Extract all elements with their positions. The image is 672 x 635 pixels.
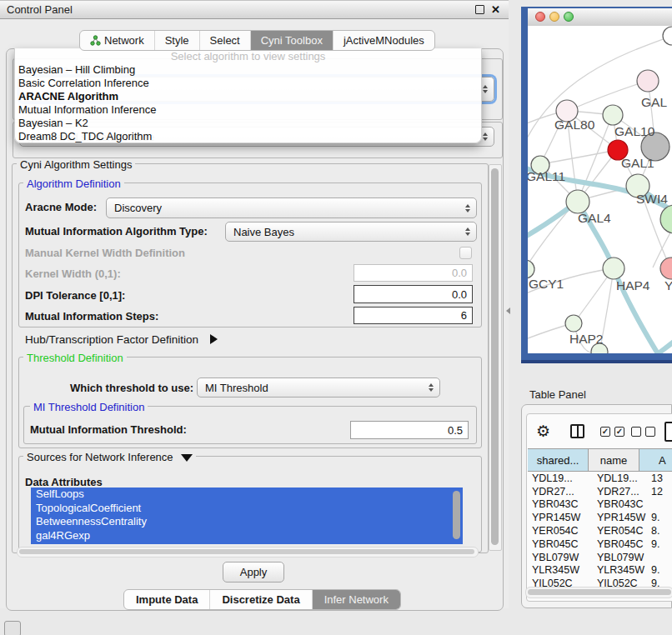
table-cell: YLR345W bbox=[593, 564, 647, 576]
table-row[interactable]: YPR145WYPR145W9. bbox=[528, 511, 672, 524]
sources-toggle[interactable]: Sources for Network Inference bbox=[23, 451, 196, 463]
attributes-hscrollbar[interactable] bbox=[17, 547, 479, 558]
table-hscrollbar-thumb[interactable] bbox=[528, 589, 671, 595]
algorithm-option[interactable]: Bayesian – Hill Climbing bbox=[15, 63, 481, 77]
network-node-gal4[interactable] bbox=[566, 190, 589, 213]
close-traffic-light[interactable] bbox=[535, 12, 545, 22]
table-row[interactable]: YIL052CYIL052C9. bbox=[528, 577, 672, 587]
table-row[interactable]: YER054CYER054C8. bbox=[528, 524, 672, 538]
hub-definition-toggle[interactable]: Hub/Transcription Factor Definition bbox=[25, 333, 218, 346]
float-icon[interactable] bbox=[475, 5, 484, 14]
network-node-label: SWI4 bbox=[636, 192, 668, 206]
table-row[interactable]: YBL079WYBL079W bbox=[528, 551, 672, 564]
network-node-hap2[interactable] bbox=[565, 315, 582, 332]
network-graph[interactable]: GALGAL80GAL10GAL1GAL11SWI4GAL4GCY1HAP4YH… bbox=[528, 26, 672, 353]
apply-button[interactable]: Apply bbox=[223, 562, 284, 582]
table-row[interactable]: YLR345WYLR345W9. bbox=[528, 564, 672, 578]
attribute-item[interactable]: BetweennessCentrality bbox=[31, 515, 463, 529]
network-node[interactable] bbox=[663, 27, 672, 45]
network-node-gcy1[interactable] bbox=[528, 260, 534, 278]
algorithm-option[interactable]: Dream8 DC_TDC Algorithm bbox=[15, 130, 481, 143]
network-node-hap4[interactable] bbox=[603, 258, 624, 279]
settings-scrollbar-thumb[interactable] bbox=[491, 168, 499, 545]
algorithm-dropdown-popup: Select algorithm to view settings Bayesi… bbox=[14, 48, 482, 143]
table-row[interactable]: YDR27...YDR27...12 bbox=[528, 485, 672, 498]
network-node-gal10[interactable] bbox=[603, 105, 623, 125]
data-attributes-list[interactable]: SelfLoopsTopologicalCoefficientBetweenne… bbox=[31, 488, 463, 544]
unchecked-checkbox-icon[interactable] bbox=[645, 427, 655, 437]
attributes-hscrollbar-thumb[interactable] bbox=[19, 549, 474, 554]
tab-cyni-toolbox[interactable]: Cyni Toolbox bbox=[251, 31, 333, 50]
table-hscrollbar[interactable] bbox=[525, 587, 672, 598]
algorithm-option[interactable]: Mutual Information Inference bbox=[15, 103, 481, 117]
tab-infer-network-label: Infer Network bbox=[324, 593, 389, 606]
tab-discretize-data[interactable]: Discretize Data bbox=[210, 590, 312, 609]
dpi-tolerance-field[interactable]: 0.0 bbox=[354, 285, 473, 303]
table-cell: 13 bbox=[647, 472, 672, 484]
algorithm-option[interactable]: Bayesian – K2 bbox=[15, 117, 481, 130]
tab-impute-data[interactable]: Impute Data bbox=[124, 590, 210, 609]
table-row[interactable]: YBR043CYBR043C bbox=[528, 498, 672, 512]
node-table: shared... name A YDL19...YDL19...13YDR27… bbox=[528, 448, 672, 587]
algorithm-option[interactable]: ARACNE Algorithm bbox=[15, 90, 481, 103]
table-cell: YLR345W bbox=[528, 564, 593, 576]
minimize-traffic-light[interactable] bbox=[549, 12, 559, 22]
table-panel-title: Table Panel bbox=[529, 388, 586, 401]
column-header-shared-name[interactable]: shared... bbox=[528, 449, 589, 471]
network-icon bbox=[90, 35, 101, 46]
tab-discretize-data-label: Discretize Data bbox=[222, 593, 299, 606]
attribute-item[interactable]: gal4RGexp bbox=[31, 529, 463, 543]
table-cell: YER054C bbox=[593, 525, 647, 537]
algorithm-option[interactable]: Basic Correlation Inference bbox=[15, 77, 481, 90]
manual-kernel-checkbox[interactable] bbox=[459, 247, 472, 259]
mi-threshold-field[interactable]: 0.5 bbox=[350, 421, 469, 439]
unchecked-checkbox-icon[interactable] bbox=[631, 427, 641, 437]
attribute-item[interactable]: SelfLoops bbox=[31, 488, 463, 502]
column-header-partial[interactable]: A bbox=[639, 449, 672, 471]
table-cell: YPR145W bbox=[528, 512, 593, 523]
checked-checkbox-icon[interactable]: ✓ bbox=[614, 427, 624, 437]
column-header-name[interactable]: name bbox=[589, 449, 639, 471]
which-threshold-label: Which threshold to use: bbox=[70, 382, 193, 394]
split-columns-icon[interactable] bbox=[570, 424, 584, 438]
control-panel-tabs: Network Style Select Cyni Toolbox jActiv… bbox=[79, 30, 435, 51]
which-threshold-combo[interactable]: MI Threshold bbox=[197, 378, 440, 398]
tab-infer-network[interactable]: Infer Network bbox=[313, 590, 400, 609]
tab-select[interactable]: Select bbox=[200, 31, 251, 50]
table-row[interactable]: YBR045CYBR045C9. bbox=[528, 538, 672, 551]
mi-type-combo[interactable]: Naive Bayes bbox=[225, 222, 477, 242]
table-cell: YIL052C bbox=[528, 578, 593, 587]
document-icon[interactable] bbox=[664, 422, 672, 442]
network-edge bbox=[540, 150, 617, 164]
attributes-scrollbar-thumb[interactable] bbox=[453, 491, 460, 539]
attribute-item[interactable]: TopologicalCoefficient bbox=[31, 502, 463, 516]
manual-kernel-label: Manual Kernel Width Definition bbox=[25, 247, 185, 259]
network-node-y[interactable] bbox=[660, 258, 672, 279]
mi-steps-field[interactable]: 6 bbox=[354, 307, 473, 324]
network-node-label: GAL bbox=[641, 95, 667, 109]
tab-impute-data-label: Impute Data bbox=[136, 593, 198, 606]
close-icon[interactable]: ✕ bbox=[491, 4, 500, 15]
aracne-mode-combo[interactable]: Discovery bbox=[106, 198, 477, 218]
kernel-width-field[interactable]: 0.0 bbox=[354, 264, 473, 282]
settings-scrollbar[interactable] bbox=[489, 164, 502, 551]
mi-steps-label: Mutual Information Steps: bbox=[25, 310, 158, 322]
bottom-tabs: Impute Data Discretize Data Infer Networ… bbox=[123, 589, 401, 610]
tab-style[interactable]: Style bbox=[155, 31, 200, 50]
gear-icon[interactable]: ⚙ bbox=[536, 423, 550, 439]
network-node[interactable] bbox=[660, 205, 672, 233]
algorithm-definition-title: Algorithm Definition bbox=[23, 178, 124, 190]
network-canvas[interactable]: GALGAL80GAL10GAL1GAL11SWI4GAL4GCY1HAP4YH… bbox=[528, 26, 672, 353]
table-row[interactable]: YDL19...YDL19...13 bbox=[528, 472, 672, 485]
tab-jactivemnodules[interactable]: jActiveMNodules bbox=[333, 31, 434, 50]
network-node-gal[interactable] bbox=[637, 70, 659, 92]
tab-select-label: Select bbox=[210, 34, 240, 47]
tab-network[interactable]: Network bbox=[80, 31, 155, 50]
corner-widget-icon[interactable] bbox=[4, 621, 21, 635]
checked-checkbox-icon[interactable]: ✓ bbox=[600, 427, 610, 437]
table-cell: YDL19... bbox=[593, 472, 647, 484]
threshold-definition-title: Threshold Definition bbox=[23, 352, 127, 364]
panel-splitter-handle[interactable] bbox=[506, 308, 510, 314]
expanded-arrow-icon bbox=[181, 454, 193, 462]
zoom-traffic-light[interactable] bbox=[564, 12, 574, 22]
